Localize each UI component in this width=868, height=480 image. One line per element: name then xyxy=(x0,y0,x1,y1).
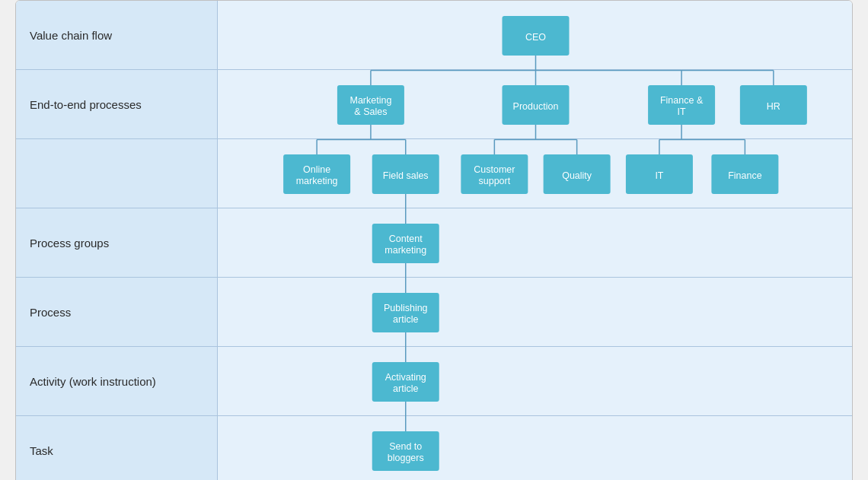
band-process: Process xyxy=(16,278,852,347)
band-label-task: Task xyxy=(16,416,218,480)
band-label-process-groups: Process groups xyxy=(16,208,218,277)
band-label-end-to-end: End-to-end processes xyxy=(16,70,218,138)
band-label-sub-dept xyxy=(16,139,218,208)
band-value-chain: Value chain flow xyxy=(16,1,852,70)
band-body-process-groups xyxy=(218,208,852,277)
band-body-sub-dept xyxy=(218,139,852,208)
band-task: Task xyxy=(16,416,852,480)
band-activity: Activity (work instruction) xyxy=(16,347,852,416)
band-end-to-end: End-to-end processes xyxy=(16,70,852,139)
band-body-value-chain xyxy=(218,1,852,69)
band-label-activity: Activity (work instruction) xyxy=(16,347,218,415)
diagram-wrapper: Value chain flow End-to-end processes Pr… xyxy=(15,0,853,480)
band-body-task xyxy=(218,416,852,480)
band-label-process: Process xyxy=(16,278,218,346)
band-process-groups: Process groups xyxy=(16,208,852,278)
band-sub-dept xyxy=(16,139,852,208)
band-body-end-to-end xyxy=(218,70,852,138)
band-label-value-chain: Value chain flow xyxy=(16,1,218,69)
band-body-activity xyxy=(218,347,852,415)
band-body-process xyxy=(218,278,852,346)
